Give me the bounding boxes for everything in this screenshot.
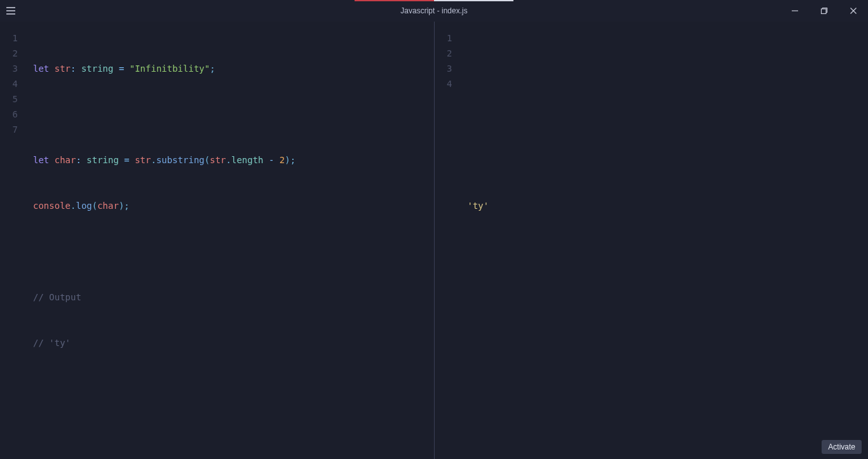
code-line: console.log(char); — [33, 198, 434, 213]
output-content-right[interactable]: 'ty' — [468, 30, 869, 244]
activate-button[interactable]: Activate — [822, 440, 862, 454]
line-gutter-left: 1 2 3 4 5 6 7 — [0, 30, 27, 137]
output-line — [468, 152, 869, 168]
code-line: // 'ty' — [33, 335, 434, 350]
line-number: 5 — [0, 91, 27, 107]
code-line — [33, 244, 434, 259]
maximize-button[interactable] — [810, 0, 839, 22]
code-line — [33, 107, 434, 122]
line-gutter-right: 1 2 3 4 — [435, 30, 461, 91]
editor-area: 1 2 3 4 5 6 7 let str: string = "Infinit… — [0, 22, 868, 459]
line-number: 1 — [0, 30, 27, 46]
code-line: let str: string = "Infinitbility"; — [33, 61, 434, 76]
close-button[interactable] — [839, 0, 868, 22]
line-number: 7 — [0, 122, 27, 137]
line-number: 3 — [0, 61, 27, 76]
output-line — [468, 61, 869, 76]
line-number: 4 — [0, 76, 27, 91]
editor-pane-left[interactable]: 1 2 3 4 5 6 7 let str: string = "Infinit… — [0, 22, 434, 459]
menu-button[interactable] — [0, 0, 22, 22]
output-line: 'ty' — [468, 198, 869, 213]
title-bar: Javascript - index.js — [0, 0, 868, 22]
line-number: 2 — [0, 46, 27, 61]
output-pane-right[interactable]: 1 2 3 4 'ty' — [435, 22, 869, 459]
svg-rect-4 — [822, 9, 827, 14]
window-title: Javascript - index.js — [400, 6, 467, 15]
window-controls — [780, 0, 868, 22]
code-line: // Output — [33, 289, 434, 305]
output-line — [468, 107, 869, 122]
line-number: 3 — [435, 61, 461, 76]
line-number: 4 — [435, 76, 461, 91]
line-number: 6 — [0, 107, 27, 122]
code-line: let char: string = str.substring(str.len… — [33, 152, 434, 168]
minimize-button[interactable] — [780, 0, 810, 22]
line-number: 1 — [435, 30, 461, 46]
tab-indicator — [355, 0, 513, 1]
line-number: 2 — [435, 46, 461, 61]
code-content-left[interactable]: let str: string = "Infinitbility"; let c… — [33, 30, 434, 381]
